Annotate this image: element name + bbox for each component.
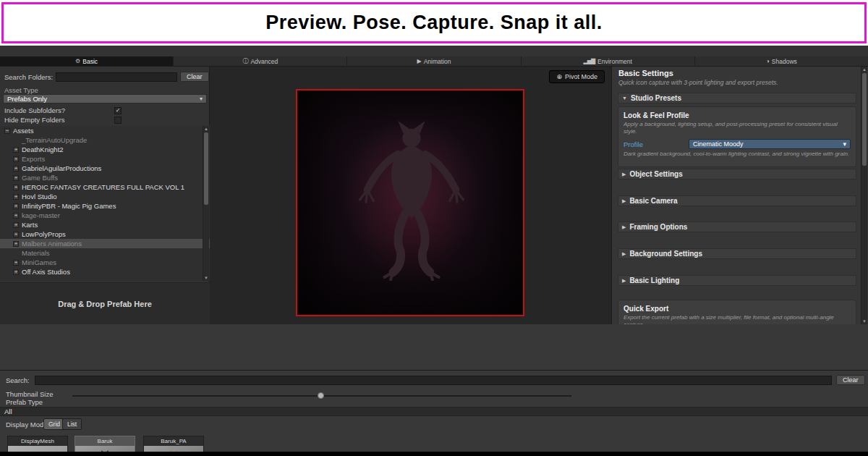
settings-scrollbar[interactable]: ▲ ▼ [861, 67, 867, 324]
pivot-icon: ⊕ [556, 73, 562, 80]
thumbnail-size-label: Thumbnail Size [6, 390, 53, 398]
tree-item[interactable]: + Hovl Studio [0, 192, 210, 201]
foldout-studio-presets[interactable]: ▼ Studio Presets [618, 93, 856, 104]
expand-toggle-icon[interactable]: + [13, 213, 19, 219]
tree-item-assets[interactable]: − Assets [0, 126, 210, 135]
tree-item[interactable]: + Exports [0, 154, 210, 164]
clear-search-button[interactable]: Clear [836, 375, 865, 385]
foldout-object-settings[interactable]: ▶ Object Settings [618, 169, 856, 180]
bottom-bar [0, 452, 868, 456]
foldout-closed-icon: ▶ [622, 278, 626, 284]
tree-item[interactable]: + Karts [0, 220, 210, 229]
expand-toggle-icon[interactable]: + [13, 203, 19, 209]
tree-item[interactable]: + MiniGames [0, 258, 210, 267]
prefab-drop-zone[interactable]: Drag & Drop Prefab Here [0, 282, 210, 324]
banner-title: Preview. Pose. Capture. Snap it all. [265, 12, 603, 34]
expand-toggle-icon[interactable]: + [13, 222, 19, 228]
pivot-mode-button[interactable]: ⊕ Pivot Mode [549, 70, 605, 83]
foldout-framing-options[interactable]: ▶ Framing Options [618, 221, 856, 232]
collapse-toggle-icon[interactable]: − [4, 128, 10, 134]
settings-panel: Basic Settings Quick icon capture with 3… [611, 67, 868, 324]
expand-toggle-icon[interactable]: + [13, 260, 19, 266]
expand-toggle-icon[interactable]: + [13, 194, 19, 200]
hide-empty-folders-checkbox[interactable] [114, 117, 122, 124]
foldout-basic-lighting[interactable]: ▶ Basic Lighting [618, 275, 856, 286]
tree-item[interactable]: + HEROIC FANTASY CREATURES FULL PACK VOL… [0, 182, 210, 192]
tree-item[interactable]: + kage-master [0, 211, 210, 220]
profile-dropdown[interactable]: Cinematic Moody ▾ [689, 139, 851, 149]
foldout-background-settings[interactable]: ▶ Background Settings [618, 248, 856, 259]
tree-item[interactable]: + DeathKnight2 [0, 145, 210, 154]
foldout-closed-icon: ▶ [622, 224, 626, 230]
tab-shadows[interactable]: ◑ Shadows [695, 56, 868, 66]
tab-advanced[interactable]: ⓘ Advanced [174, 56, 347, 66]
scrollbar-thumb[interactable] [204, 132, 208, 205]
look-feel-card: Look & Feel Profile Apply a background, … [618, 106, 856, 167]
tree-item-selected[interactable]: + Malbers Animations [0, 239, 210, 248]
profile-description: Dark gradient background, cool-to-warm l… [624, 151, 851, 158]
scroll-down-icon[interactable]: ▼ [861, 318, 867, 324]
scrollbar-thumb[interactable] [862, 73, 867, 166]
panel-title: Basic Settings [618, 69, 673, 77]
werewolf-model [350, 121, 473, 281]
tab-environment[interactable]: ▂▅▇ Environment [522, 56, 695, 66]
tree-item[interactable]: + LowPolyProps [0, 229, 210, 239]
expand-toggle-icon[interactable]: + [13, 232, 19, 237]
asset-type-label: Asset Type [4, 86, 38, 94]
tree-item[interactable]: + GabrielAguilarProductions [0, 164, 210, 173]
expand-toggle-icon[interactable]: + [13, 175, 19, 181]
tab-label: Shadows [772, 58, 797, 65]
search-folders-input[interactable] [56, 72, 177, 82]
prefab-type-value: All [4, 408, 12, 415]
card-title: Look & Feel Profile [624, 111, 851, 119]
hide-empty-folders-label: Hide Empty Folders [4, 116, 64, 124]
list-mode-button[interactable]: List [62, 418, 82, 430]
profile-label: Profile [624, 140, 684, 148]
include-subfolders-checkbox[interactable]: ✓ [114, 107, 122, 114]
model-preview-viewport[interactable] [296, 89, 524, 316]
search-folders-label: Search Folders: [4, 73, 53, 81]
prefab-search-input[interactable] [35, 376, 832, 385]
expand-toggle-icon[interactable]: + [13, 241, 19, 247]
tab-basic[interactable]: ⚙ Basic [0, 56, 174, 66]
tree-scrollbar[interactable]: ▲ ▼ [203, 126, 209, 281]
tab-spacer [0, 46, 868, 56]
tree-item[interactable]: Materials [0, 248, 210, 258]
prefab-type-dropdown[interactable]: All [0, 407, 868, 416]
thumbnail-size-slider[interactable] [72, 395, 571, 397]
expand-toggle-icon[interactable]: + [13, 156, 19, 162]
tree-item[interactable]: + InfinityPBR - Magic Pig Games [0, 201, 210, 211]
scroll-up-icon[interactable]: ▲ [203, 126, 209, 132]
chevron-down-icon: ▾ [200, 96, 203, 102]
clear-folders-button[interactable]: Clear [180, 72, 209, 82]
foldout-closed-icon: ▶ [622, 251, 626, 257]
chart-icon: ▂▅▇ [584, 58, 595, 64]
tab-animation[interactable]: ▶ Animation [347, 56, 521, 66]
expand-toggle-icon[interactable]: + [13, 185, 19, 190]
folder-panel: Search Folders: Clear Asset Type Prefabs… [0, 67, 210, 324]
panel-subtitle: Quick icon capture with 3-point lighting… [618, 79, 778, 86]
prefab-browser-panel: Search: Clear Thumbnail Size Prefab Type… [0, 370, 868, 456]
pivot-button-label: Pivot Mode [565, 73, 597, 80]
tree-item[interactable]: + Off Axis Studios [0, 267, 210, 276]
tab-label: Animation [424, 58, 451, 65]
preview-panel: ⊕ Pivot Mode [210, 67, 611, 324]
tree-item[interactable]: + Game Buffs [0, 173, 210, 182]
foldout-closed-icon: ▶ [622, 198, 626, 204]
scroll-down-icon[interactable]: ▼ [203, 275, 209, 281]
expand-toggle-icon[interactable]: + [13, 269, 19, 275]
scroll-up-icon[interactable]: ▲ [861, 67, 867, 72]
foldout-open-icon: ▼ [622, 96, 627, 101]
asset-type-dropdown[interactable]: Prefabs Only ▾ [3, 94, 207, 104]
slider-knob[interactable] [318, 392, 324, 399]
foldout-basic-camera[interactable]: ▶ Basic Camera [618, 195, 856, 206]
folder-tree: − Assets _TerrainAutoUpgrade + DeathKnig… [0, 126, 210, 281]
include-subfolders-label: Include Subfolders? [4, 106, 65, 114]
tab-bar: ⚙ Basic ⓘ Advanced ▶ Animation ▂▅▇ Envir… [0, 56, 868, 67]
tab-label: Environment [597, 58, 632, 65]
expand-toggle-icon[interactable]: + [13, 166, 19, 172]
play-icon: ▶ [417, 58, 421, 64]
tree-item[interactable]: _TerrainAutoUpgrade [0, 135, 210, 145]
expand-toggle-icon[interactable]: + [13, 147, 19, 153]
asset-type-value: Prefabs Only [7, 95, 47, 103]
